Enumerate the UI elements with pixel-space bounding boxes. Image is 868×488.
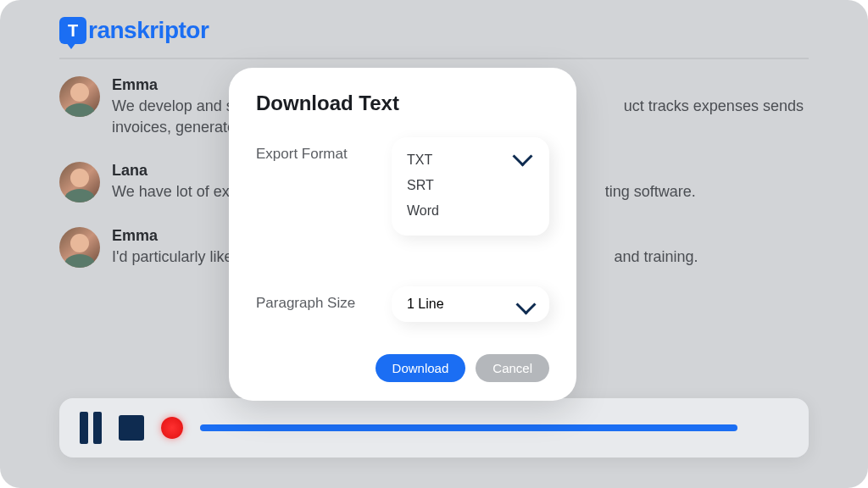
logo-text: ranskriptor [88, 17, 209, 44]
pause-icon [80, 412, 88, 444]
download-button[interactable]: Download [376, 354, 466, 382]
record-indicator-icon [161, 417, 183, 439]
stop-button[interactable] [119, 415, 144, 441]
paragraph-size-value: 1 Line [407, 297, 444, 312]
avatar [59, 76, 100, 117]
logo-area: T ranskriptor [0, 0, 868, 58]
text-fragment: and training. [615, 248, 698, 265]
logo-icon: T [59, 17, 86, 44]
export-format-row: Export Format TXT SRT Word [256, 137, 549, 236]
pause-button[interactable] [80, 412, 102, 444]
paragraph-size-label: Paragraph Size [256, 286, 366, 312]
export-format-label: Export Format [256, 137, 366, 163]
text-fragment: invoices, generates [112, 119, 243, 136]
download-text-modal: Download Text Export Format TXT SRT Word… [229, 68, 576, 401]
paragraph-size-row: Paragraph Size 1 Line [256, 286, 549, 322]
text-fragment: ting software. [605, 183, 696, 200]
paragraph-size-dropdown[interactable]: 1 Line [392, 286, 549, 322]
chevron-down-icon [517, 301, 534, 308]
text-fragment: We have lot of exis [112, 183, 241, 200]
modal-actions: Download Cancel [256, 354, 549, 382]
pause-icon [93, 412, 102, 444]
modal-title: Download Text [256, 92, 549, 115]
export-format-dropdown[interactable]: TXT SRT Word [392, 137, 549, 236]
text-fragment: uct tracks expenses sends [624, 97, 804, 114]
app-logo[interactable]: T ranskriptor [59, 17, 809, 44]
player-bar [59, 398, 809, 458]
avatar [59, 162, 100, 202]
text-fragment: We develop and se [112, 97, 242, 114]
avatar [59, 227, 100, 268]
cancel-button[interactable]: Cancel [476, 354, 549, 382]
dropdown-option-word[interactable]: Word [407, 198, 534, 224]
header-divider [59, 58, 809, 59]
dropdown-option-srt[interactable]: SRT [407, 173, 534, 198]
progress-bar[interactable] [200, 424, 737, 431]
text-fragment: I'd particularly like [112, 248, 233, 265]
chevron-down-icon [514, 152, 531, 159]
